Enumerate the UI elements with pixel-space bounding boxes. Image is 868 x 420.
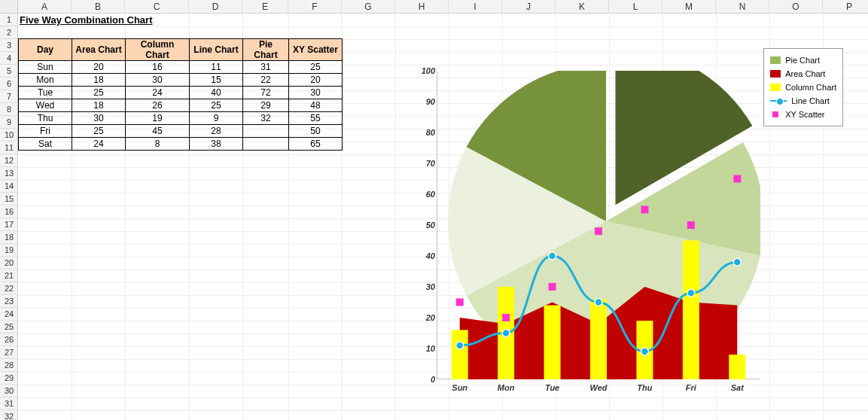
row-header-11[interactable]: 11 (0, 142, 18, 154)
col-header-G[interactable]: G (342, 0, 395, 14)
row-header-2[interactable]: 2 (0, 26, 18, 39)
col-header-A[interactable]: A (18, 0, 72, 14)
table-cell[interactable]: 18 (72, 99, 126, 112)
row-header-14[interactable]: 14 (0, 180, 18, 193)
table-cell[interactable]: 30 (72, 112, 126, 125)
table-cell[interactable]: 25 (72, 87, 126, 99)
legend-item-area[interactable]: Area Chart (770, 67, 836, 81)
row-header-27[interactable]: 27 (0, 346, 18, 359)
col-header-H[interactable]: H (395, 0, 449, 14)
table-cell[interactable]: 24 (126, 87, 190, 99)
row-header-32[interactable]: 32 (0, 410, 18, 420)
row-headers[interactable]: 1234567891011121314151617181920212223242… (0, 14, 18, 420)
table-cell[interactable]: 24 (72, 138, 126, 151)
table-header[interactable]: Area Chart (72, 39, 126, 61)
col-header-B[interactable]: B (72, 0, 125, 14)
table-cell[interactable] (243, 138, 289, 151)
row-header-1[interactable]: 1 (0, 14, 18, 26)
table-header[interactable]: XY Scatter (289, 39, 343, 61)
table-row[interactable]: Mon1830152220 (19, 74, 343, 87)
table-cell[interactable]: 25 (190, 99, 243, 112)
combo-chart[interactable]: 0102030405060708090100 SunMonTueWedThuFr… (391, 33, 851, 417)
row-header-9[interactable]: 9 (0, 116, 18, 129)
col-header-M[interactable]: M (662, 0, 716, 14)
table-cell[interactable]: 45 (126, 125, 190, 138)
table-cell[interactable]: 29 (243, 99, 289, 112)
table-cell[interactable]: 9 (190, 112, 243, 125)
table-row[interactable]: Sun2016113125 (19, 61, 343, 74)
table-cell[interactable]: 11 (190, 61, 243, 74)
legend-item-pie[interactable]: Pie Chart (770, 53, 836, 67)
col-header-K[interactable]: K (556, 0, 609, 14)
row-header-22[interactable]: 22 (0, 282, 18, 295)
legend-item-column[interactable]: Column Chart (770, 81, 836, 94)
col-header-P[interactable]: P (823, 0, 868, 14)
table-row[interactable]: Thu301993255 (19, 112, 343, 125)
table-row[interactable]: Sat2483865 (19, 138, 343, 151)
legend-item-scatter[interactable]: XY Scatter (770, 108, 836, 121)
table-cell[interactable]: Thu (19, 112, 72, 125)
table-cell[interactable]: 48 (289, 99, 343, 112)
table-cell[interactable]: 72 (243, 87, 289, 99)
col-header-L[interactable]: L (609, 0, 662, 14)
table-header[interactable]: Column Chart (126, 39, 190, 61)
table-cell[interactable]: Tue (19, 87, 72, 99)
table-cell[interactable]: 31 (243, 61, 289, 74)
table-row[interactable]: Fri25452850 (19, 125, 343, 138)
table-cell[interactable]: 25 (72, 125, 126, 138)
row-header-30[interactable]: 30 (0, 385, 18, 397)
col-header-D[interactable]: D (189, 0, 242, 14)
row-header-25[interactable]: 25 (0, 321, 18, 333)
row-header-8[interactable]: 8 (0, 103, 18, 116)
table-row[interactable]: Tue2524407230 (19, 87, 343, 99)
table-cell[interactable]: 16 (126, 61, 190, 74)
col-header-C[interactable]: C (125, 0, 189, 14)
table-cell[interactable] (243, 125, 289, 138)
legend[interactable]: Pie Chart Area Chart Column Chart Line C… (763, 48, 843, 126)
table-cell[interactable]: 25 (289, 61, 343, 74)
table-cell[interactable]: Wed (19, 99, 72, 112)
table-row[interactable]: Wed1826252948 (19, 99, 343, 112)
row-header-13[interactable]: 13 (0, 167, 18, 180)
table-cell[interactable]: 32 (243, 112, 289, 125)
table-cell[interactable]: 65 (289, 138, 343, 151)
table-cell[interactable]: Mon (19, 74, 72, 87)
row-header-19[interactable]: 19 (0, 244, 18, 257)
col-header-E[interactable]: E (242, 0, 288, 14)
row-header-17[interactable]: 17 (0, 218, 18, 231)
row-header-4[interactable]: 4 (0, 52, 18, 65)
col-header-N[interactable]: N (716, 0, 769, 14)
row-header-16[interactable]: 16 (0, 205, 18, 218)
row-header-23[interactable]: 23 (0, 295, 18, 308)
table-cell[interactable]: 8 (126, 138, 190, 151)
table-header[interactable]: Day (19, 39, 72, 61)
row-header-24[interactable]: 24 (0, 308, 18, 321)
table-cell[interactable]: 38 (190, 138, 243, 151)
row-header-28[interactable]: 28 (0, 359, 18, 372)
table-cell[interactable]: 20 (72, 61, 126, 74)
table-cell[interactable]: 50 (289, 125, 343, 138)
row-header-10[interactable]: 10 (0, 129, 18, 142)
row-header-7[interactable]: 7 (0, 90, 18, 103)
table-header[interactable]: Pie Chart (243, 39, 289, 61)
col-header-O[interactable]: O (769, 0, 823, 14)
col-header-I[interactable]: I (449, 0, 502, 14)
table-cell[interactable]: 40 (190, 87, 243, 99)
table-cell[interactable]: 19 (126, 112, 190, 125)
row-header-3[interactable]: 3 (0, 39, 18, 52)
row-header-31[interactable]: 31 (0, 397, 18, 410)
col-header-J[interactable]: J (502, 0, 556, 14)
table-cell[interactable]: Fri (19, 125, 72, 138)
column-headers[interactable]: ABCDEFGHIJKLMNOP (18, 0, 868, 14)
table-cell[interactable]: Sat (19, 138, 72, 151)
legend-item-line[interactable]: Line Chart (770, 94, 836, 108)
row-header-29[interactable]: 29 (0, 372, 18, 385)
row-header-18[interactable]: 18 (0, 231, 18, 244)
table-cell[interactable]: 18 (72, 74, 126, 87)
row-header-21[interactable]: 21 (0, 269, 18, 282)
table-cell[interactable]: 55 (289, 112, 343, 125)
row-header-26[interactable]: 26 (0, 333, 18, 346)
table-cell[interactable]: 15 (190, 74, 243, 87)
table-cell[interactable]: 28 (190, 125, 243, 138)
table-cell[interactable]: 26 (126, 99, 190, 112)
